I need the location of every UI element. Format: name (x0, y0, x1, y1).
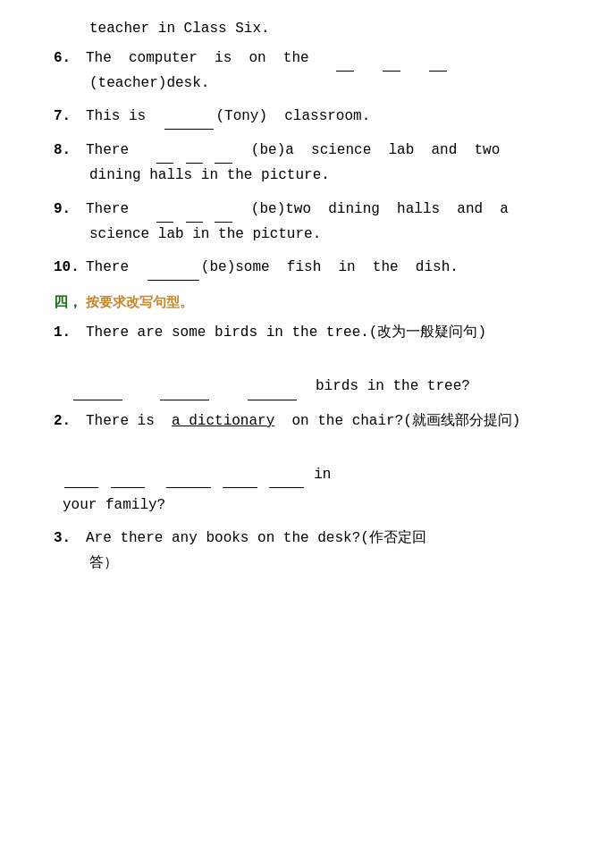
section-4-label: 四， (54, 294, 82, 309)
answer-2-blank-1[interactable] (64, 463, 98, 488)
item-6-text: The computer is on the (86, 46, 579, 72)
item-10-number: 10. (54, 259, 86, 275)
question-1-answer: birds in the tree? (54, 375, 579, 400)
answer-1-blank-2[interactable] (160, 375, 209, 400)
item-9-row: 9. There (be)two dining halls and a (54, 198, 579, 223)
question-2: 2. There is a dictionary on the chair?(就… (54, 409, 579, 518)
section-4-instruction: 按要求改写句型。 (86, 294, 193, 309)
item-8-row: 8. There (be)a science lab and two (54, 139, 579, 164)
item-6-number: 6. (54, 50, 86, 66)
question-1-number: 1. (54, 324, 86, 341)
question-1-continuation (54, 345, 579, 369)
question-2-answer-1: in (54, 463, 579, 488)
item-7-number: 7. (54, 108, 86, 124)
item-8-continuation: dining halls in the picture. (54, 164, 579, 188)
question-1-row: 1. There are some birds in the tree.(改为一… (54, 321, 579, 345)
blank-9-2[interactable] (186, 198, 203, 223)
question-3: 3. Are there any books on the desk?(作否定回… (54, 527, 579, 575)
item-9-continuation: science lab in the picture. (54, 223, 579, 247)
item-10-text: There (be)some fish in the dish. (86, 256, 579, 281)
blank-7[interactable] (164, 105, 214, 130)
item-9: 9. There (be)two dining halls and a scie… (54, 198, 579, 247)
blank-9-1[interactable] (156, 198, 173, 223)
answer-2-blank-2[interactable] (111, 463, 145, 488)
question-2-text: There is a dictionary on the chair?(就画线部… (86, 409, 579, 434)
intro-text: teacher in Class Six. (89, 21, 270, 37)
item-10: 10. There (be)some fish in the dish. (54, 256, 579, 281)
item-9-text: There (be)two dining halls and a (86, 198, 579, 223)
question-1: 1. There are some birds in the tree.(改为一… (54, 321, 579, 400)
question-2-continuation (54, 434, 579, 458)
question-3-text: Are there any books on the desk?(作否定回 (86, 527, 579, 551)
blank-6-3[interactable] (429, 46, 446, 72)
question-3-number: 3. (54, 530, 86, 546)
answer-2-blank-4[interactable] (223, 463, 257, 488)
question-2-underline: a dictionary (172, 413, 274, 429)
question-2-row: 2. There is a dictionary on the chair?(就… (54, 409, 579, 434)
question-2-answer-2: your family? (54, 493, 579, 518)
answer-1-blank-3[interactable] (248, 375, 297, 400)
item-7-row: 7. This is (Tony) classroom. (54, 105, 579, 130)
blank-6-1[interactable] (336, 46, 353, 72)
blank-9-3[interactable] (215, 198, 232, 223)
answer-1-blank-1[interactable] (73, 375, 122, 400)
item-9-number: 9. (54, 201, 86, 217)
item-8-number: 8. (54, 142, 86, 158)
blank-8-1[interactable] (156, 139, 173, 164)
question-3-continuation: 答） (54, 552, 579, 576)
section-4-header: 四， 按要求改写句型。 (54, 293, 579, 312)
page-content: teacher in Class Six. 6. The computer is… (54, 18, 579, 576)
item-6: 6. The computer is on the (teacher)desk. (54, 46, 579, 96)
item-7: 7. This is (Tony) classroom. (54, 105, 579, 130)
blank-6-2[interactable] (383, 46, 400, 72)
item-8-text: There (be)a science lab and two (86, 139, 579, 164)
question-1-text: There are some birds in the tree.(改为一般疑问… (86, 321, 579, 345)
question-3-row: 3. Are there any books on the desk?(作否定回 (54, 527, 579, 551)
intro-line: teacher in Class Six. (54, 18, 579, 41)
blank-10[interactable] (147, 256, 199, 281)
item-10-row: 10. There (be)some fish in the dish. (54, 256, 579, 281)
item-7-text: This is (Tony) classroom. (86, 105, 579, 130)
item-8: 8. There (be)a science lab and two dinin… (54, 139, 579, 188)
answer-2-blank-3[interactable] (166, 463, 211, 488)
question-2-number: 2. (54, 413, 86, 429)
item-6-continuation: (teacher)desk. (54, 72, 579, 96)
blank-8-3[interactable] (215, 139, 232, 164)
answer-2-blank-5[interactable] (269, 463, 303, 488)
blank-8-2[interactable] (186, 139, 203, 164)
item-6-row: 6. The computer is on the (54, 46, 579, 72)
